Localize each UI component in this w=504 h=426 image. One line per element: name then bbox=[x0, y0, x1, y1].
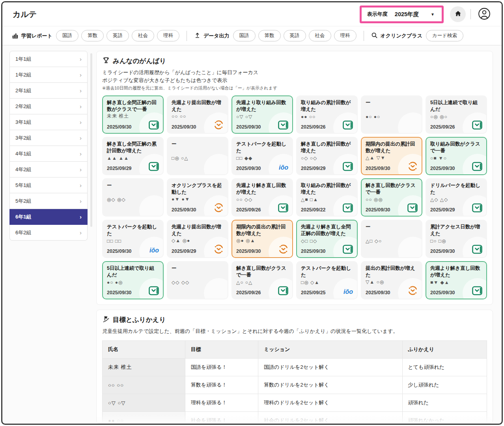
mission-cell: 社会のドリルを2セット解く bbox=[258, 412, 402, 424]
home-button[interactable] bbox=[450, 6, 466, 22]
report-subject-社会[interactable]: 社会 bbox=[132, 30, 154, 41]
sidebar-item-4年1組[interactable]: 4年1組› bbox=[9, 146, 88, 162]
export-subject-社会[interactable]: 社会 bbox=[309, 30, 331, 41]
card-achievement-title: ー bbox=[107, 182, 159, 189]
export-group[interactable]: データ出力 bbox=[194, 32, 230, 40]
ganbari-card[interactable]: 先週より提出回数が増えた◇▲ ◎●2025/09/29 bbox=[167, 220, 228, 258]
sidebar-item-1年1組[interactable]: 1年1組› bbox=[9, 51, 88, 67]
goal-column-header: ふりかえり bbox=[402, 341, 487, 359]
sidebar-item-2年2組[interactable]: 2年2組› bbox=[9, 99, 88, 114]
goal-cell: 理科を頑張る！ bbox=[185, 394, 258, 412]
card-date: 2025/09/30 bbox=[366, 290, 390, 295]
ganbari-card[interactable]: 5日以上連続で取り組んだ●○ ●◎2025/09/30 bbox=[102, 261, 164, 299]
ganbari-card[interactable]: 先週より取り組み回数が増えた○▽ ○▽2025/09/30 bbox=[231, 95, 293, 134]
card-achievement-title: テストパークを起動した bbox=[301, 265, 353, 278]
ganbari-card[interactable]: ー●○ ●○ bbox=[361, 95, 422, 134]
sidebar-item-5年1組[interactable]: 5年1組› bbox=[9, 178, 88, 193]
card-search-button[interactable]: カード検索 bbox=[426, 30, 463, 41]
ganbari-card-grid: 解き直し全問正解の回数がクラスで一番未来 椎土2025/09/30先週より提出回… bbox=[102, 95, 487, 299]
report-group[interactable]: 学習レポート bbox=[12, 32, 52, 40]
sidebar-scrollbar[interactable] bbox=[90, 53, 92, 227]
export-subject-英語[interactable]: 英語 bbox=[284, 30, 306, 41]
student-name: △▲ ▽▼ bbox=[366, 155, 418, 161]
okulink-search-group[interactable]: オクリンクプラス bbox=[371, 32, 422, 40]
ganbari-card[interactable]: ー◇◇ ◇◇ bbox=[167, 261, 228, 299]
export-subject-算数[interactable]: 算数 bbox=[258, 30, 281, 41]
ganbari-card[interactable]: 先週より解き直し回数が増えた■▼ ◆▲2025/09/30 bbox=[426, 261, 487, 299]
export-subject-国語[interactable]: 国語 bbox=[233, 30, 256, 41]
person-icon bbox=[478, 7, 491, 21]
class-list: 1年1組›1年2組›2年1組›2年2組›3年1組›3年2組›4年1組›4年2組›… bbox=[9, 51, 88, 241]
card-date: 2025/09/30 bbox=[301, 248, 326, 254]
student-name: ◎◇ ◎◇ bbox=[107, 197, 159, 202]
ganbari-card[interactable]: 取り組みの累計回数が増えた●● ○○2025/09/26 bbox=[296, 95, 358, 134]
report-subject-算数[interactable]: 算数 bbox=[81, 30, 104, 41]
account-button[interactable] bbox=[476, 7, 493, 22]
ganbari-card[interactable]: 5日以上連続で取り組んだ○◎ ◎○2025/09/26 bbox=[426, 95, 487, 134]
ganbari-card[interactable]: 期限内の提出の累計回数が増えた◎● ◎▲2025/09/30 bbox=[231, 220, 293, 258]
card-achievement-title: テストパークを起動した bbox=[236, 141, 288, 154]
card-achievement-title: ー bbox=[172, 265, 224, 272]
drillpark-monitor-icon bbox=[472, 286, 482, 295]
card-date: 2025/09/26 bbox=[236, 207, 261, 213]
sidebar-item-5年2組[interactable]: 5年2組› bbox=[9, 193, 88, 209]
ganbari-card[interactable]: オクリンクプラスを起動した●▼ ●▼2025/09/30 bbox=[167, 178, 228, 217]
sidebar-item-6年2組[interactable]: 6年2組› bbox=[9, 225, 88, 241]
class-name-label: 3年2組 bbox=[15, 135, 31, 142]
ganbari-card[interactable]: 期限内の提出の累計回数が増えた△▲ ▽▼2025/09/30 bbox=[361, 137, 422, 175]
goal-cell: 社会を頑張る！ bbox=[185, 412, 258, 424]
report-subject-国語[interactable]: 国語 bbox=[56, 30, 78, 41]
ganbari-card[interactable]: ー△□ ◇○ bbox=[361, 220, 422, 258]
student-name-cell: ●● ○○ bbox=[103, 412, 185, 424]
report-subject-理科[interactable]: 理科 bbox=[157, 30, 179, 41]
ganbari-card[interactable]: 先週より解き直し回数が増えた○○ ◇◇2025/09/26 bbox=[231, 178, 293, 217]
report-subject-英語[interactable]: 英語 bbox=[106, 30, 129, 41]
year-dropdown[interactable]: 2025年度 ▼ bbox=[392, 10, 437, 19]
ganbari-card[interactable]: ー□◎ ○△ bbox=[167, 137, 228, 175]
ganbari-card[interactable]: テストパークを起動した□□ □□2025/09/30iŏo bbox=[102, 220, 164, 258]
card-footer: 2025/09/22 bbox=[301, 203, 353, 213]
card-footer: 2025/09/29 bbox=[301, 162, 353, 171]
sidebar-item-1年2組[interactable]: 1年2組› bbox=[9, 67, 88, 83]
ganbari-card[interactable]: 先週より提出回数が増えた○○ ○○2025/09/30 bbox=[167, 95, 228, 134]
card-achievement-title: ー bbox=[366, 224, 418, 230]
card-footer: 2025/09/30 bbox=[366, 203, 418, 213]
sidebar-item-3年1組[interactable]: 3年1組› bbox=[9, 114, 88, 130]
card-footer: 2025/09/30 bbox=[107, 120, 159, 130]
card-footer: 2025/09/29 bbox=[172, 244, 224, 254]
ganbari-card[interactable]: テストパークを起動した□□ ◆◆2025/09/30iŏo bbox=[231, 137, 293, 175]
card-achievement-title: ー bbox=[172, 141, 224, 148]
ganbari-card[interactable]: 解き直し全問正解の累計回数が増えた▲▲ ▲▲2025/09/29 bbox=[102, 137, 164, 175]
class-sidebar: 1年1組›1年2組›2年1組›2年2組›3年1組›3年2組›4年1組›4年2組›… bbox=[9, 51, 88, 424]
goal-title: 目標とふりかえり bbox=[113, 316, 166, 324]
sidebar-item-3年2組[interactable]: 3年2組› bbox=[9, 130, 88, 146]
ganbari-card[interactable]: 解き直し回数がクラスで一番○○ ◎◎2025/09/30 bbox=[361, 178, 422, 217]
student-name: ●▼ ●▼ bbox=[172, 196, 224, 202]
ganbari-desc-line1: ミライシードの活用履歴から「がんばったこと」に毎日フォーカス bbox=[102, 69, 487, 77]
student-name: ●○ ●○ bbox=[366, 114, 418, 120]
reflection-cell: 頑張れなかった bbox=[402, 412, 487, 424]
goal-table-row: ○○ ○○算数を頑張る！算数のドリルを2セット解く少し頑張れた bbox=[103, 376, 487, 394]
ganbari-card[interactable]: 取り組みの累計回数が増えた△■ □▲2025/09/22 bbox=[296, 178, 358, 217]
student-name: ○○ ○○ bbox=[172, 114, 224, 119]
sidebar-item-4年2組[interactable]: 4年2組› bbox=[9, 162, 88, 178]
ganbari-note: ※過去10日間の履歴を元に算出、ミライシードの活用がない場合は「ー」が表示されま… bbox=[102, 85, 487, 91]
ganbari-card[interactable]: 先週より解き直し全問正解の回数が増えた◇□ □◇2025/09/30 bbox=[296, 220, 358, 258]
header-divider bbox=[470, 9, 471, 19]
card-footer: 2025/09/29 bbox=[430, 203, 482, 213]
drillpark-monitor-icon bbox=[278, 286, 288, 295]
sidebar-item-6年1組[interactable]: 6年1組› bbox=[9, 209, 88, 225]
ganbari-card[interactable]: テストパークを起動した□◎ ◇▲2025/09/25iŏo bbox=[296, 261, 358, 299]
ganbari-card[interactable]: 提出の累計回数が増えた▽▲ ○◎2025/09/30 bbox=[361, 261, 422, 299]
ganbari-card[interactable]: 累計アクセス日数が増えた□○ □◎2025/09/30 bbox=[426, 220, 487, 258]
ganbari-card[interactable]: 取り組み回数がクラスで一番○■ ▼○2025/09/30 bbox=[426, 137, 487, 175]
card-achievement-title: 5日以上連続で取り組んだ bbox=[107, 265, 159, 278]
sidebar-item-2年1組[interactable]: 2年1組› bbox=[9, 83, 88, 99]
ganbari-card[interactable]: ー◎◇ ◎◇ bbox=[102, 178, 164, 217]
card-date: 2025/09/26 bbox=[236, 290, 261, 295]
ganbari-card[interactable]: 解き直し回数がクラスで一番△○ ○△2025/09/26 bbox=[231, 261, 293, 299]
ganbari-card[interactable]: ドリルパークを起動した△◇ △◇2025/09/29 bbox=[426, 178, 487, 217]
ganbari-card[interactable]: 解き直しの累計回数が増えた○◇ ○◇2025/09/29 bbox=[296, 137, 358, 175]
export-subject-理科[interactable]: 理科 bbox=[334, 30, 357, 41]
ganbari-card[interactable]: 解き直し全問正解の回数がクラスで一番未来 椎土2025/09/30 bbox=[102, 95, 164, 134]
